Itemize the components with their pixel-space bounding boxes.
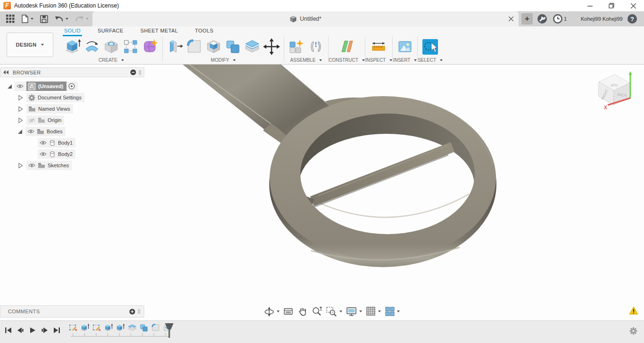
modify-group-label[interactable]: MODIFY: [211, 57, 236, 63]
timeline-settings-gear-icon[interactable]: [629, 327, 637, 335]
visibility-eye-icon[interactable]: [27, 129, 34, 134]
expand-icon[interactable]: [18, 106, 23, 112]
timeline-feature-sketch[interactable]: [69, 323, 78, 332]
display-settings-caret[interactable]: [359, 310, 362, 312]
tree-node-sketches[interactable]: Sketches: [0, 160, 144, 171]
move-copy-button[interactable]: [263, 38, 281, 56]
tree-node-document-settings[interactable]: Document Settings: [0, 92, 144, 103]
close-button[interactable]: [622, 0, 644, 11]
pan-button[interactable]: [296, 306, 309, 317]
minimize-button[interactable]: [579, 0, 601, 11]
construct-group-label[interactable]: CONSTRUCT: [329, 57, 365, 63]
viewcube-face-top[interactable]: TOP: [611, 83, 618, 87]
expand-icon[interactable]: [18, 117, 23, 123]
notifications-clock-icon[interactable]: [553, 14, 562, 24]
insert-button[interactable]: [396, 38, 414, 56]
zoom-window-caret[interactable]: [339, 310, 342, 312]
joint-button[interactable]: [307, 38, 325, 56]
job-status-icon[interactable]: [537, 14, 547, 24]
grid-settings-caret[interactable]: [378, 310, 381, 312]
visibility-off-eye-icon[interactable]: [28, 118, 35, 123]
new-tab-button[interactable]: +: [521, 13, 533, 24]
orbit-button[interactable]: [262, 306, 281, 317]
tree-node-body2[interactable]: Body2: [0, 148, 144, 160]
construct-plane-button[interactable]: [338, 38, 355, 56]
select-button[interactable]: [421, 38, 439, 56]
tree-node-root[interactable]: (Unsaved): [0, 81, 144, 92]
timeline-feature-fillet[interactable]: [151, 323, 160, 332]
go-to-start-button[interactable]: [5, 327, 12, 334]
expand-icon[interactable]: [8, 84, 12, 89]
inspect-group-label[interactable]: INSPECT: [365, 57, 392, 63]
create-form-button[interactable]: [141, 38, 159, 56]
tree-node-bodies[interactable]: Bodies: [0, 126, 144, 137]
measure-button[interactable]: [370, 38, 388, 56]
hole-button[interactable]: [102, 38, 120, 56]
timeline-feature-sketch[interactable]: [92, 323, 101, 332]
add-comment-icon[interactable]: [129, 309, 135, 315]
timeline-playhead[interactable]: [164, 323, 174, 339]
new-component-button[interactable]: [288, 38, 305, 56]
combine-button[interactable]: [224, 38, 242, 56]
user-account-button[interactable]: Koheji99 Koheji99: [581, 11, 623, 26]
tab-solid[interactable]: SOLID: [63, 26, 82, 36]
select-group-label[interactable]: SELECT: [418, 57, 443, 63]
app-grid-button[interactable]: [3, 11, 18, 26]
orbit-caret[interactable]: [277, 310, 280, 312]
look-at-button[interactable]: [282, 306, 295, 317]
split-body-button[interactable]: [243, 38, 261, 56]
extrude-button[interactable]: [64, 38, 82, 56]
expand-icon[interactable]: [18, 163, 23, 169]
visibility-eye-icon[interactable]: [28, 163, 35, 168]
warning-icon[interactable]: [629, 306, 638, 315]
3d-viewport[interactable]: BROWSER (Unsaved): [0, 65, 644, 320]
visibility-eye-icon[interactable]: [17, 84, 24, 89]
rectangular-pattern-button[interactable]: [122, 38, 140, 56]
timeline-feature-extrude[interactable]: [81, 323, 90, 332]
restore-button[interactable]: [601, 0, 622, 11]
visibility-eye-icon[interactable]: [40, 152, 47, 156]
revolve-button[interactable]: [83, 38, 101, 56]
tree-node-body1[interactable]: Body1: [0, 137, 144, 148]
expand-icon[interactable]: [18, 130, 22, 134]
insert-group-label[interactable]: INSERT: [393, 57, 417, 63]
step-back-button[interactable]: [17, 327, 24, 334]
timeline-feature-extrude[interactable]: [104, 323, 113, 332]
timeline-feature-extrude[interactable]: [116, 323, 125, 332]
expand-icon[interactable]: [18, 95, 23, 101]
tab-close-button[interactable]: [506, 14, 516, 24]
play-button[interactable]: [29, 327, 36, 334]
visibility-eye-icon[interactable]: [40, 140, 47, 145]
panel-grip[interactable]: [139, 70, 141, 75]
grid-settings-button[interactable]: [364, 306, 382, 317]
tab-tools[interactable]: TOOLS: [194, 26, 215, 36]
step-forward-button[interactable]: [41, 327, 48, 334]
create-group-label[interactable]: CREATE: [99, 57, 124, 63]
viewports-button[interactable]: [383, 306, 401, 317]
file-menu-button[interactable]: [18, 11, 37, 26]
zoom-button[interactable]: [310, 306, 324, 317]
redo-button[interactable]: [72, 11, 92, 26]
timeline-ruler[interactable]: [69, 332, 177, 338]
zoom-window-button[interactable]: [325, 306, 344, 317]
tree-node-named-views[interactable]: Named Views: [0, 103, 144, 114]
workspace-switcher[interactable]: DESIGN: [7, 33, 53, 57]
undo-button[interactable]: [51, 11, 72, 26]
press-pull-button[interactable]: [166, 38, 184, 56]
document-tab[interactable]: Untitled*: [92, 11, 519, 26]
view-cube[interactable]: TOP RIGHT BACK X: [592, 69, 639, 119]
timeline-feature-split-body[interactable]: [128, 323, 137, 332]
tree-node-origin[interactable]: Origin: [0, 114, 144, 126]
help-icon[interactable]: ?: [627, 14, 637, 24]
display-settings-button[interactable]: [345, 306, 363, 317]
tab-sheet-metal[interactable]: SHEET METAL: [139, 26, 180, 36]
timeline-feature-combine[interactable]: [140, 323, 149, 332]
hide-panel-icon[interactable]: [130, 69, 136, 75]
save-button[interactable]: [37, 11, 51, 26]
shell-button[interactable]: [205, 38, 223, 56]
panel-grip[interactable]: [138, 309, 140, 314]
assemble-group-label[interactable]: ASSEMBLE: [290, 57, 322, 63]
activate-radio-icon[interactable]: [68, 83, 75, 90]
go-to-end-button[interactable]: [53, 327, 60, 334]
comments-bar[interactable]: COMMENTS: [0, 305, 144, 318]
